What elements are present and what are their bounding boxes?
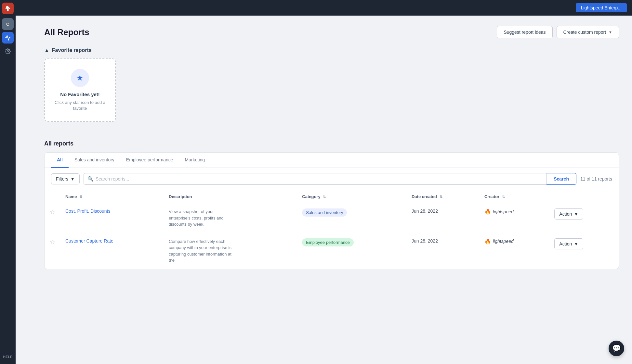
row2-creator-info: 🔥 lightspeed xyxy=(484,238,544,245)
chat-fab-button[interactable]: 💬 xyxy=(609,341,624,356)
row1-action-label: Action xyxy=(559,211,572,217)
suggest-report-button[interactable]: Suggest report ideas xyxy=(497,26,552,38)
star-icon: ★ xyxy=(76,73,84,82)
svg-point-0 xyxy=(7,51,9,52)
user-avatar[interactable]: C xyxy=(2,18,14,30)
filters-button[interactable]: Filters ▼ xyxy=(51,173,80,184)
row1-creator-info: 🔥 lightspeed xyxy=(484,208,544,215)
search-input[interactable] xyxy=(84,173,546,185)
search-icon: 🔍 xyxy=(87,176,94,182)
search-wrapper: 🔍 Search xyxy=(84,173,576,185)
row2-category-cell: Employee performance xyxy=(297,233,406,269)
table-header-action xyxy=(549,190,619,203)
tab-marketing[interactable]: Marketing xyxy=(179,153,211,168)
row2-creator-logo-icon: 🔥 xyxy=(484,238,491,245)
create-custom-report-label: Create custom report xyxy=(563,30,606,35)
reports-card: All Sales and inventory Employee perform… xyxy=(44,152,619,269)
row1-action-cell: Action ▼ xyxy=(549,203,619,233)
row2-action-label: Action xyxy=(559,241,572,246)
table-header-star xyxy=(45,190,60,203)
favorite-section-title: Favorite reports xyxy=(52,47,92,53)
row2-category-badge: Employee performance xyxy=(302,238,353,246)
row2-action-button[interactable]: Action ▼ xyxy=(554,238,583,249)
row1-description-cell: View a snapshot of your enterprise's cos… xyxy=(164,203,297,233)
row2-date-text: Jun 28, 2022 xyxy=(412,238,438,244)
category-sort-icon: ⇅ xyxy=(323,195,326,199)
page-header: All Reports Suggest report ideas Create … xyxy=(44,26,619,38)
row1-creator-name: lightspeed xyxy=(493,209,514,214)
table-row: ☆ Cost, Profit, Discounts View a snapsho… xyxy=(45,203,619,233)
report-count: 11 of 11 reports xyxy=(580,176,612,182)
row1-description-text: View a snapshot of your enterprise's cos… xyxy=(169,208,234,228)
row1-favorite-star-button[interactable]: ☆ xyxy=(50,208,55,216)
row1-action-button[interactable]: Action ▼ xyxy=(554,208,583,220)
sidebar-logo[interactable] xyxy=(2,3,14,14)
row1-creator-logo-icon: 🔥 xyxy=(484,208,491,215)
topbar: Lightspeed Enterp... xyxy=(16,0,632,16)
table-header-name[interactable]: Name ⇅ xyxy=(60,190,164,203)
main-content: All Reports Suggest report ideas Create … xyxy=(31,16,632,364)
filters-chevron-icon: ▼ xyxy=(70,176,75,182)
search-button[interactable]: Search xyxy=(546,173,576,185)
row2-report-name-link[interactable]: Customer Capture Rate xyxy=(65,238,113,244)
favorites-empty-card: ★ No Favorites yet! Click any star icon … xyxy=(44,58,116,122)
sidebar-item-reports[interactable] xyxy=(2,32,14,44)
all-reports-title: All reports xyxy=(44,140,619,147)
row2-action-cell: Action ▼ xyxy=(549,233,619,269)
header-actions: Suggest report ideas Create custom repor… xyxy=(497,26,619,38)
sidebar: C HELP xyxy=(0,0,16,364)
tab-all[interactable]: All xyxy=(51,153,69,168)
row1-name-cell: Cost, Profit, Discounts xyxy=(60,203,164,233)
star-circle: ★ xyxy=(71,69,89,87)
topbar-app-name[interactable]: Lightspeed Enterp... xyxy=(576,3,627,12)
row2-description-cell: Compare how effectively each company wit… xyxy=(164,233,297,269)
table-row: ☆ Customer Capture Rate Compare how effe… xyxy=(45,233,619,269)
filter-label: Filters xyxy=(56,176,68,182)
creator-sort-icon: ⇅ xyxy=(502,195,505,199)
chat-icon: 💬 xyxy=(612,344,621,353)
sidebar-item-settings[interactable] xyxy=(2,45,14,57)
row2-action-chevron-icon: ▼ xyxy=(574,241,578,246)
row2-name-cell: Customer Capture Rate xyxy=(60,233,164,269)
table-header-date-created[interactable]: Date created ⇅ xyxy=(406,190,479,203)
reports-tabs: All Sales and inventory Employee perform… xyxy=(45,153,619,168)
row1-category-badge: Sales and inventory xyxy=(302,208,347,217)
row1-category-cell: Sales and inventory xyxy=(297,203,406,233)
row1-star-cell: ☆ xyxy=(45,203,60,233)
row2-description-text: Compare how effectively each company wit… xyxy=(169,238,234,264)
name-sort-icon: ⇅ xyxy=(79,195,82,199)
date-sort-icon: ⇅ xyxy=(440,195,442,199)
no-favorites-description: Click any star icon to add a favorite xyxy=(51,100,109,111)
table-header-description: Description xyxy=(164,190,297,203)
reports-table: Name ⇅ Description Category ⇅ Date creat… xyxy=(45,190,619,269)
row2-favorite-star-button[interactable]: ☆ xyxy=(50,238,55,245)
tab-employee-performance[interactable]: Employee performance xyxy=(120,153,179,168)
table-header-row: Name ⇅ Description Category ⇅ Date creat… xyxy=(45,190,619,203)
no-favorites-title: No Favorites yet! xyxy=(60,92,100,97)
favorite-section-chevron-icon: ▲ xyxy=(44,47,49,53)
row1-date-cell: Jun 28, 2022 xyxy=(406,203,479,233)
sidebar-help-label[interactable]: HELP xyxy=(3,355,13,359)
create-report-chevron-icon: ▼ xyxy=(609,30,612,34)
row1-date-text: Jun 28, 2022 xyxy=(412,208,438,214)
create-custom-report-button[interactable]: Create custom report ▼ xyxy=(557,26,619,38)
row2-creator-name: lightspeed xyxy=(493,239,514,244)
row1-report-name-link[interactable]: Cost, Profit, Discounts xyxy=(65,208,111,214)
row2-creator-cell: 🔥 lightspeed xyxy=(479,233,549,269)
row2-star-cell: ☆ xyxy=(45,233,60,269)
favorite-reports-section-header[interactable]: ▲ Favorite reports xyxy=(44,47,619,53)
page-title: All Reports xyxy=(44,27,89,37)
row2-date-cell: Jun 28, 2022 xyxy=(406,233,479,269)
row1-action-chevron-icon: ▼ xyxy=(574,211,578,217)
row1-creator-cell: 🔥 lightspeed xyxy=(479,203,549,233)
filter-bar: Filters ▼ 🔍 Search 11 of 11 reports xyxy=(45,168,619,190)
table-header-creator[interactable]: Creator ⇅ xyxy=(479,190,549,203)
section-divider xyxy=(44,131,619,131)
tab-sales-inventory[interactable]: Sales and inventory xyxy=(69,153,120,168)
table-header-category[interactable]: Category ⇅ xyxy=(297,190,406,203)
